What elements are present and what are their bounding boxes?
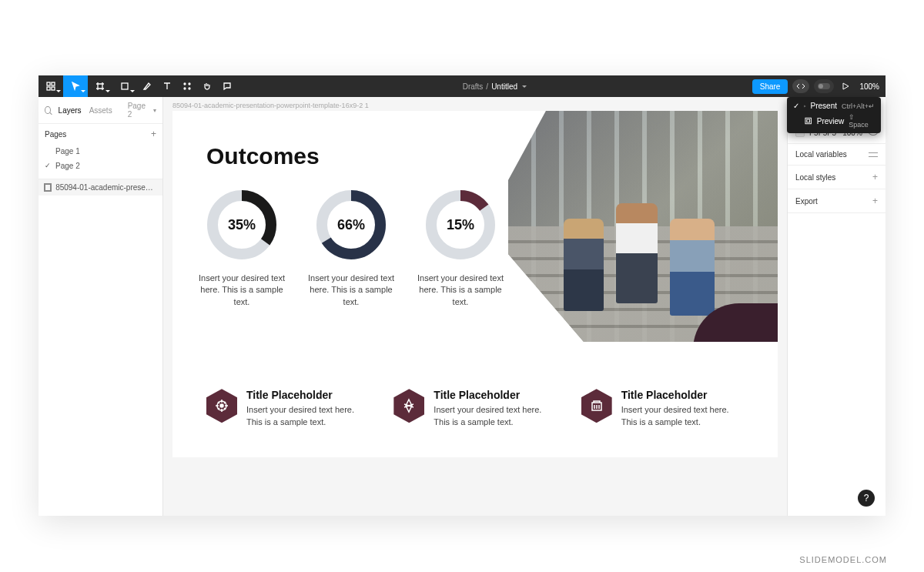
preview-icon bbox=[805, 117, 812, 125]
layer-row[interactable]: 85094-01-academic-presentatio... bbox=[38, 179, 162, 196]
hex-row: Title Placeholder Insert your desired te… bbox=[206, 389, 744, 428]
hex-title: Title Placeholder bbox=[621, 389, 744, 401]
donut-caption: Insert your desired text here. This is a… bbox=[196, 273, 288, 308]
svg-rect-4 bbox=[122, 83, 128, 89]
hex-icon bbox=[206, 389, 237, 423]
tab-layers[interactable]: Layers bbox=[59, 106, 82, 115]
left-panel-tabs: Layers Assets Page 2 ▾ bbox=[38, 97, 162, 124]
share-button[interactable]: Share bbox=[752, 79, 788, 94]
toolbar-right: Share 100% bbox=[752, 79, 886, 94]
hex-text: Insert your desired text here. This is a… bbox=[434, 404, 556, 428]
donut-value: 35% bbox=[205, 188, 279, 262]
plus-icon[interactable]: + bbox=[872, 196, 878, 206]
move-tool[interactable] bbox=[63, 75, 88, 97]
present-option[interactable]: ✓ Present Ctrl+Alt+↵ bbox=[787, 100, 881, 112]
chevron-down-icon bbox=[522, 85, 527, 88]
present-dropdown: ✓ Present Ctrl+Alt+↵ Preview ⇧ Space bbox=[787, 97, 881, 133]
layer-name: 85094-01-academic-presentatio... bbox=[55, 183, 156, 192]
hex-feature: Title Placeholder Insert your desired te… bbox=[393, 389, 556, 428]
slide-frame[interactable]: Outcomes 35% Insert your desired text he… bbox=[172, 111, 778, 457]
zoom-control[interactable]: 100% bbox=[859, 82, 881, 91]
hex-text: Insert your desired text here. This is a… bbox=[246, 404, 369, 428]
donut-value: 66% bbox=[314, 188, 388, 262]
breadcrumb-folder: Drafts bbox=[463, 82, 484, 91]
svg-point-5 bbox=[184, 83, 186, 85]
search-icon[interactable] bbox=[45, 106, 51, 114]
svg-rect-12 bbox=[807, 119, 810, 122]
donut-chart: 35% Insert your desired text here. This … bbox=[196, 188, 288, 308]
sliders-icon bbox=[869, 151, 878, 159]
donut-chart: 15% Insert your desired text here. This … bbox=[414, 188, 507, 308]
shape-tool[interactable] bbox=[112, 75, 137, 97]
file-name: Untitled bbox=[491, 82, 517, 91]
page-row-2[interactable]: Page 2 bbox=[38, 159, 162, 173]
add-page-button[interactable]: + bbox=[151, 129, 156, 139]
svg-point-6 bbox=[189, 83, 190, 85]
hex-title: Title Placeholder bbox=[246, 389, 369, 401]
slide-title: Outcomes bbox=[206, 143, 320, 169]
hex-feature: Title Placeholder Insert your desired te… bbox=[206, 389, 369, 428]
preview-label: Preview bbox=[817, 117, 845, 125]
svg-rect-11 bbox=[805, 118, 811, 123]
svg-point-10 bbox=[819, 84, 823, 89]
pen-tool[interactable] bbox=[137, 75, 157, 97]
donut-chart: 66% Insert your desired text here. This … bbox=[305, 188, 397, 308]
chevron-down-icon: ▾ bbox=[153, 107, 156, 114]
watermark: SLIDEMODEL.COM bbox=[799, 555, 887, 564]
present-label: Present bbox=[811, 102, 837, 110]
check-icon: ✓ bbox=[793, 102, 799, 110]
hex-icon bbox=[581, 389, 612, 423]
toggle-switch[interactable] bbox=[814, 79, 834, 93]
local-variables-row[interactable]: Local variables bbox=[788, 144, 886, 166]
svg-rect-3 bbox=[52, 87, 55, 90]
donut-value: 15% bbox=[424, 188, 497, 262]
slide-photo bbox=[508, 111, 778, 342]
right-panel: F5F5F5 100% Local variables Local styles… bbox=[787, 97, 886, 516]
svg-point-7 bbox=[184, 88, 186, 89]
comment-tool[interactable] bbox=[217, 75, 237, 97]
local-styles-row[interactable]: Local styles + bbox=[788, 166, 886, 189]
help-button[interactable]: ? bbox=[858, 490, 875, 507]
dev-mode-toggle[interactable] bbox=[792, 79, 809, 93]
canvas[interactable]: 85094-01-academic-presentation-powerpoin… bbox=[163, 97, 787, 516]
tab-assets[interactable]: Assets bbox=[89, 106, 112, 115]
breadcrumb-sep: / bbox=[486, 82, 488, 91]
breadcrumb[interactable]: Drafts / Untitled bbox=[237, 82, 752, 91]
page-indicator[interactable]: Page 2 bbox=[128, 102, 146, 119]
svg-point-8 bbox=[189, 88, 190, 89]
preview-shortcut: ⇧ Space bbox=[849, 113, 875, 129]
toolbar: Drafts / Untitled Share 100% bbox=[38, 75, 886, 97]
donut-caption: Insert your desired text here. This is a… bbox=[414, 273, 507, 308]
preview-option[interactable]: Preview ⇧ Space bbox=[787, 112, 881, 130]
toolbar-left bbox=[38, 75, 237, 97]
frame-icon bbox=[45, 184, 51, 191]
svg-rect-0 bbox=[47, 82, 50, 85]
present-shortcut: Ctrl+Alt+↵ bbox=[842, 102, 875, 110]
frame-label[interactable]: 85094-01-academic-presentation-powerpoin… bbox=[163, 97, 787, 111]
svg-rect-2 bbox=[47, 87, 50, 90]
present-button[interactable] bbox=[839, 82, 855, 90]
svg-point-20 bbox=[220, 404, 223, 407]
hex-icon bbox=[393, 389, 424, 423]
plus-icon[interactable]: + bbox=[872, 172, 878, 182]
hex-title: Title Placeholder bbox=[434, 389, 556, 401]
donut-caption: Insert your desired text here. This is a… bbox=[305, 273, 397, 308]
page-row-1[interactable]: Page 1 bbox=[38, 144, 162, 159]
hex-feature: Title Placeholder Insert your desired te… bbox=[581, 389, 744, 428]
text-tool[interactable] bbox=[157, 75, 177, 97]
play-icon bbox=[804, 102, 806, 110]
svg-rect-1 bbox=[52, 82, 55, 85]
pages-header: Pages + bbox=[38, 124, 162, 144]
donut-row: 35% Insert your desired text here. This … bbox=[196, 188, 507, 308]
frame-tool[interactable] bbox=[88, 75, 112, 97]
app-window: Drafts / Untitled Share 100% ✓ Present C… bbox=[38, 75, 886, 516]
left-panel: Layers Assets Page 2 ▾ Pages + Page 1 Pa… bbox=[38, 97, 163, 516]
main-menu-button[interactable] bbox=[38, 75, 63, 97]
hand-tool[interactable] bbox=[197, 75, 217, 97]
resources-tool[interactable] bbox=[177, 75, 197, 97]
hex-text: Insert your desired text here. This is a… bbox=[621, 404, 744, 428]
export-row[interactable]: Export + bbox=[788, 189, 886, 213]
